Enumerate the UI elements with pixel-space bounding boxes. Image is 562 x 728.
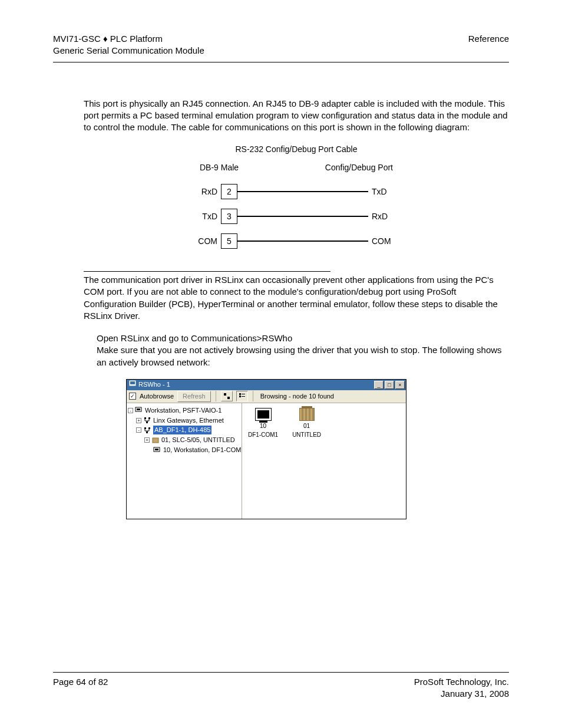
cable-row: COM 5 COM <box>196 229 396 253</box>
cable-right-label: RxD <box>368 211 396 222</box>
close-button[interactable]: × <box>395 381 405 389</box>
svg-rect-14 <box>148 427 150 429</box>
cable-pin: 2 <box>221 184 237 199</box>
divider <box>84 271 330 272</box>
svg-rect-11 <box>148 417 150 419</box>
cable-wire <box>237 241 368 242</box>
header-left: MVI71-GSC ♦ PLC Platform Generic Serial … <box>53 33 204 57</box>
list-item[interactable]: 01 UNTITLED <box>292 408 321 439</box>
list-item-line2: DF1-COM1 <box>248 431 278 439</box>
footer-company: ProSoft Technology, Inc. <box>414 676 509 688</box>
paragraph-1: This port is physically an RJ45 connecti… <box>84 98 509 134</box>
expand-icon[interactable]: + <box>136 418 141 423</box>
cable-left-label: RxD <box>196 186 221 197</box>
toolbar: ✓ Autobrowse Refresh Browsing - node 10 … <box>127 390 406 403</box>
svg-rect-1 <box>130 381 135 384</box>
details-button[interactable] <box>236 391 248 401</box>
workstation-icon <box>153 447 161 454</box>
autobrowse-checkbox[interactable]: ✓ <box>129 393 136 400</box>
app-icon <box>129 380 136 390</box>
cable-head-right: Config/Debug Port <box>325 162 393 173</box>
cable-wire <box>237 191 368 192</box>
network-icon <box>143 417 151 424</box>
cable-pin: 5 <box>221 233 237 249</box>
svg-rect-6 <box>242 394 245 394</box>
step-line: Open RSLinx and go to Communications>RSW… <box>97 332 509 344</box>
tree-node-label: 10, Workstation, DF1-COM1 <box>163 446 242 454</box>
svg-rect-10 <box>144 417 146 419</box>
expand-icon[interactable]: - <box>136 427 141 433</box>
svg-rect-18 <box>155 449 158 450</box>
cable-row: TxD 3 RxD <box>196 204 396 229</box>
cable-right-label: TxD <box>368 186 396 197</box>
svg-rect-2 <box>224 393 226 396</box>
expand-icon[interactable]: - <box>128 408 133 413</box>
cable-pin: 3 <box>221 209 237 224</box>
window-titlebar[interactable]: RSWho - 1 _ □ × <box>127 380 406 390</box>
svg-rect-5 <box>239 396 241 397</box>
list-item-line1: 01 <box>303 422 310 430</box>
cable-right-label: COM <box>368 236 396 247</box>
tree-node-label: AB_DF1-1, DH-485 <box>153 426 211 434</box>
svg-rect-13 <box>144 427 146 429</box>
list-item-line1: 10 <box>260 422 266 430</box>
tree-node-label: 01, SLC-5/05, UNTITLED <box>161 436 235 444</box>
plc-icon <box>151 437 160 444</box>
page-footer: Page 64 of 82 ProSoft Technology, Inc. J… <box>53 672 509 700</box>
steps: Open RSLinx and go to Communications>RSW… <box>84 332 509 368</box>
cable-rows: RxD 2 TxD TxD 3 RxD COM 5 COM <box>196 179 396 253</box>
toolbar-divider <box>216 391 216 401</box>
page-header: MVI71-GSC ♦ PLC Platform Generic Serial … <box>53 33 509 62</box>
maximize-button[interactable]: □ <box>385 381 394 389</box>
footer-date: January 31, 2008 <box>414 688 509 700</box>
list-item-line2: UNTITLED <box>292 431 321 439</box>
header-title-1: MVI71-GSC ♦ PLC Platform <box>53 33 204 45</box>
minimize-button[interactable]: _ <box>374 381 384 389</box>
svg-rect-7 <box>242 396 245 397</box>
monitor-icon <box>255 408 272 421</box>
toolbar-divider <box>253 391 253 401</box>
workstation-icon <box>135 407 143 414</box>
plc-icon <box>299 408 315 421</box>
network-icon <box>143 427 151 434</box>
cable-left-label: TxD <box>196 211 221 222</box>
large-icons-button[interactable] <box>221 391 233 401</box>
expand-icon[interactable]: + <box>144 437 150 443</box>
cable-row: RxD 2 TxD <box>196 179 396 204</box>
tree-node-label: Workstation, PSFT-VAIO-1 <box>145 406 222 415</box>
tree-pane[interactable]: - Workstation, PSFT-VAIO-1 + Linx Gatewa… <box>127 403 242 519</box>
cable-head-left: DB-9 Male <box>200 162 239 173</box>
window-title: RSWho - 1 <box>138 380 170 389</box>
panes: - Workstation, PSFT-VAIO-1 + Linx Gatewa… <box>127 403 406 519</box>
step-line: Make sure that you are not actively brow… <box>97 344 509 368</box>
autobrowse-label: Autobrowse <box>140 392 174 401</box>
cable-left-label: COM <box>196 236 221 247</box>
header-right: Reference <box>468 33 509 57</box>
cable-title: RS-232 Config/Debug Port Cable <box>196 144 396 155</box>
rswho-window: RSWho - 1 _ □ × ✓ Autobrowse Refresh Bro… <box>126 379 406 519</box>
svg-rect-16 <box>153 438 158 443</box>
svg-rect-3 <box>227 397 230 399</box>
browse-status: Browsing - node 10 found <box>258 392 334 401</box>
tree-node-label: Linx Gateways, Ethernet <box>153 416 224 425</box>
main-content: This port is physically an RJ45 connecti… <box>53 98 509 519</box>
cable-wire <box>237 216 368 217</box>
svg-rect-4 <box>239 393 241 395</box>
cable-head: DB-9 Male Config/Debug Port <box>200 162 393 173</box>
footer-left: Page 64 of 82 <box>53 676 108 700</box>
cable-diagram: RS-232 Config/Debug Port Cable DB-9 Male… <box>196 144 396 253</box>
list-item[interactable]: 10 DF1-COM1 <box>248 408 278 439</box>
paragraph-2: The communication port driver in RSLinx … <box>84 274 509 322</box>
list-pane: 10 DF1-COM1 01 UNTITLED <box>242 403 406 519</box>
refresh-button[interactable]: Refresh <box>177 391 211 402</box>
header-title-2: Generic Serial Communication Module <box>53 45 204 57</box>
svg-rect-9 <box>137 409 140 410</box>
